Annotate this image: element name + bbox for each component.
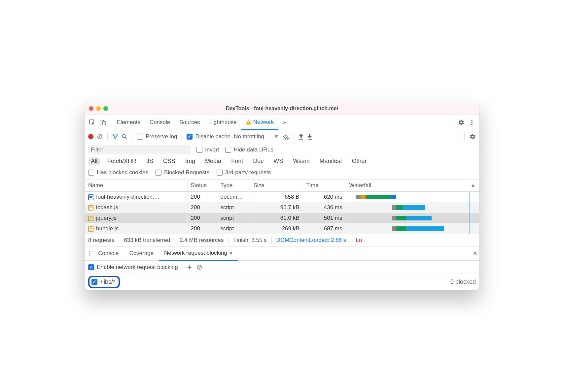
close-tab-icon[interactable]: × xyxy=(229,250,233,257)
tab-sources[interactable]: Sources xyxy=(175,115,204,130)
third-party-requests-checkbox[interactable]: 3rd-party requests xyxy=(217,169,271,176)
tab-lighthouse[interactable]: Lighthouse xyxy=(205,115,241,130)
warning-icon xyxy=(246,119,251,125)
blocking-toolbar: Enable network request blocking + xyxy=(85,261,479,274)
filter-icon[interactable] xyxy=(112,134,118,140)
blocked-count: 0 blocked xyxy=(450,278,476,285)
device-toggle-icon[interactable] xyxy=(97,119,108,126)
window-title: DevTools - foul-heavenly-direction.glitc… xyxy=(85,106,479,112)
type-filter-chips: AllFetch/XHRJSCSSImgMediaFontDocWSWasmMa… xyxy=(85,154,479,168)
document-icon xyxy=(88,194,93,200)
chip-css[interactable]: CSS xyxy=(160,157,178,165)
blocked-requests-checkbox[interactable]: Blocked Requests xyxy=(156,169,209,176)
table-row[interactable]: bundle.js200script269 kB687 ms xyxy=(85,223,479,234)
tab-network[interactable]: Network xyxy=(241,115,278,130)
drawer-tab-coverage[interactable]: Coverage xyxy=(124,246,159,261)
chip-other[interactable]: Other xyxy=(349,157,370,165)
script-icon xyxy=(88,205,93,211)
more-tabs-icon[interactable]: » xyxy=(278,115,291,130)
chip-doc[interactable]: Doc xyxy=(250,157,266,165)
svg-point-5 xyxy=(471,124,473,125)
svg-point-15 xyxy=(89,253,90,254)
col-waterfall[interactable]: Waterfall▲ xyxy=(346,180,479,192)
pattern-checkbox[interactable] xyxy=(91,279,97,285)
drawer-kebab-icon[interactable] xyxy=(87,250,93,256)
status-resources: 2.4 MB resources xyxy=(175,237,229,244)
throttling-select[interactable]: No throttling▼ xyxy=(234,133,279,140)
has-blocked-cookies-checkbox[interactable]: Has blocked cookies xyxy=(88,169,148,176)
status-load: Lo xyxy=(351,237,367,244)
chip-img[interactable]: Img xyxy=(183,157,198,165)
kebab-icon[interactable] xyxy=(467,119,477,126)
script-icon xyxy=(88,226,93,232)
chip-ws[interactable]: WS xyxy=(271,157,286,165)
chip-fetchxhr[interactable]: Fetch/XHR xyxy=(105,157,139,165)
status-dcl: DOMContentLoaded: 2.86 s xyxy=(272,237,351,244)
table-row[interactable]: foul-heavenly-direction.…200docum…658 B6… xyxy=(85,192,479,203)
chip-js[interactable]: JS xyxy=(144,157,156,165)
add-pattern-icon[interactable]: + xyxy=(187,263,192,272)
script-icon xyxy=(88,216,93,221)
svg-line-9 xyxy=(125,137,127,139)
drawer-tabs: Console Coverage Network request blockin… xyxy=(85,246,479,261)
status-bar: 8 requests 633 kB transferred 2.4 MB res… xyxy=(85,234,479,246)
status-finish: Finish: 3.55 s xyxy=(229,237,271,244)
drawer-tab-network-blocking[interactable]: Network request blocking× xyxy=(159,246,238,261)
col-type[interactable]: Type xyxy=(217,180,250,192)
col-status[interactable]: Status xyxy=(187,180,217,192)
svg-rect-12 xyxy=(299,139,303,140)
chip-all[interactable]: All xyxy=(88,157,100,165)
tab-console[interactable]: Console xyxy=(145,115,175,130)
download-har-icon[interactable] xyxy=(307,134,312,140)
chip-media[interactable]: Media xyxy=(202,157,224,165)
panel-settings-icon[interactable] xyxy=(469,133,476,140)
requests-table: NameStatusTypeSizeTimeWaterfall▲ foul-he… xyxy=(85,180,479,234)
pattern-text: /libs/* xyxy=(101,278,115,285)
clear-icon[interactable] xyxy=(97,134,103,140)
upload-har-icon[interactable] xyxy=(299,134,304,140)
svg-point-10 xyxy=(285,138,286,139)
invert-checkbox[interactable]: Invert xyxy=(196,147,219,153)
svg-point-4 xyxy=(471,122,473,123)
titlebar: DevTools - foul-heavenly-direction.glitc… xyxy=(85,102,479,115)
svg-point-3 xyxy=(471,120,473,121)
chip-wasm[interactable]: Wasm xyxy=(290,157,312,165)
enable-blocking-checkbox[interactable]: Enable network request blocking xyxy=(88,264,178,271)
svg-rect-13 xyxy=(308,139,312,140)
record-icon[interactable] xyxy=(88,134,93,139)
status-requests: 8 requests xyxy=(88,237,119,244)
network-toolbar: Preserve log Disable cache No throttling… xyxy=(85,130,479,143)
svg-point-16 xyxy=(89,255,90,256)
chip-manifest[interactable]: Manifest xyxy=(317,157,345,165)
network-conditions-icon[interactable] xyxy=(282,134,289,140)
table-row[interactable]: lodash.js200script96.7 kB436 ms xyxy=(85,202,479,213)
filter-input[interactable] xyxy=(88,145,191,154)
preserve-log-checkbox[interactable]: Preserve log xyxy=(137,133,177,140)
inspect-icon[interactable] xyxy=(87,119,97,126)
svg-line-18 xyxy=(198,266,201,269)
settings-icon[interactable] xyxy=(456,119,467,126)
tab-elements[interactable]: Elements xyxy=(112,115,145,130)
extra-filters: Has blocked cookies Blocked Requests 3rd… xyxy=(85,168,479,180)
svg-point-8 xyxy=(123,134,125,137)
chip-font[interactable]: Font xyxy=(229,157,246,165)
panel-tabs: Elements Console Sources Lighthouse Netw… xyxy=(85,115,479,130)
pattern-item[interactable]: /libs/* xyxy=(88,276,120,288)
blocking-pattern-row: /libs/* 0 blocked xyxy=(85,274,479,290)
search-icon[interactable] xyxy=(122,134,127,140)
col-name[interactable]: Name xyxy=(85,180,187,192)
svg-line-7 xyxy=(98,135,101,138)
table-row[interactable]: jquery.js200script81.0 kB501 ms xyxy=(85,213,479,223)
hide-data-urls-checkbox[interactable]: Hide data URLs xyxy=(225,147,273,153)
status-transferred: 633 kB transferred xyxy=(119,237,175,244)
devtools-window: DevTools - foul-heavenly-direction.glitc… xyxy=(85,102,479,290)
disable-cache-checkbox[interactable]: Disable cache xyxy=(187,133,230,140)
svg-rect-2 xyxy=(103,121,105,125)
svg-point-14 xyxy=(89,251,90,252)
drawer-close-icon[interactable]: × xyxy=(473,249,477,258)
remove-all-patterns-icon[interactable] xyxy=(196,264,202,270)
drawer-tab-console[interactable]: Console xyxy=(93,246,124,261)
filter-row: Invert Hide data URLs xyxy=(85,143,479,154)
col-size[interactable]: Size xyxy=(250,180,303,192)
col-time[interactable]: Time xyxy=(303,180,346,192)
